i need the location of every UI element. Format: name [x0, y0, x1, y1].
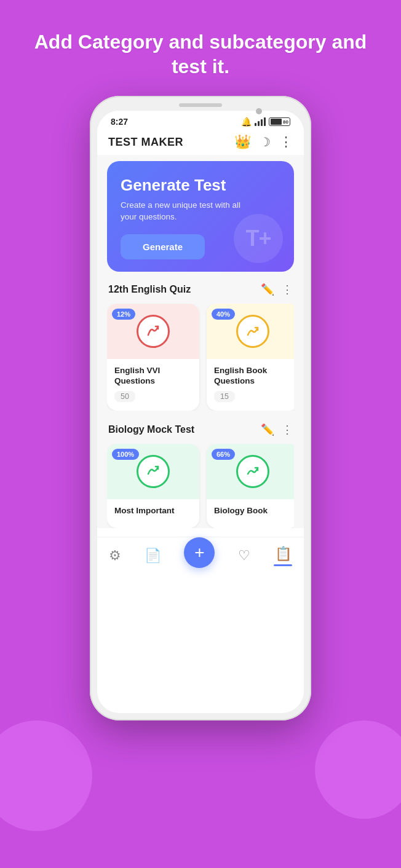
- badge-biology-book: 66%: [212, 449, 235, 460]
- more-menu-icon[interactable]: ⋮: [279, 134, 293, 150]
- badge-most-important: 100%: [112, 449, 139, 460]
- page-header: Add Category and subcategory and test it…: [0, 30, 401, 79]
- section-title-english: 12th English Quiz: [108, 284, 191, 295]
- nav-indicator: [274, 564, 292, 566]
- cards-row-english: 12% English VVI Questions 50: [107, 304, 294, 411]
- edit-icon-biology[interactable]: ✏️: [261, 423, 274, 436]
- generate-test-card: Generate Test Create a new unique test w…: [107, 161, 294, 272]
- section-actions-english: ✏️ ⋮: [261, 283, 293, 296]
- nav-upload[interactable]: 📄: [145, 548, 161, 564]
- bell-icon: 🔔: [241, 117, 252, 127]
- crown-icon[interactable]: 👑: [234, 134, 251, 150]
- card-image-english-vvi: 12%: [107, 304, 199, 359]
- card-icon-english-vvi: [137, 315, 170, 348]
- app-bar: TEST MAKER 👑 ☽ ⋮: [97, 129, 304, 155]
- section-title-biology: Biology Mock Test: [108, 424, 194, 435]
- battery-icon: 80: [269, 117, 290, 126]
- card-count-english-vvi: 50: [114, 391, 135, 402]
- generate-button[interactable]: Generate: [121, 234, 205, 259]
- moon-icon[interactable]: ☽: [260, 135, 271, 149]
- app-bar-icons: 👑 ☽ ⋮: [234, 134, 293, 150]
- card-image-biology-book: 66%: [207, 444, 294, 499]
- section-english-quiz: 12th English Quiz ✏️ ⋮ 12%: [107, 283, 294, 411]
- bg-blob-right: [315, 720, 401, 819]
- more-icon-biology[interactable]: ⋮: [282, 423, 293, 436]
- favorites-icon: ♡: [238, 548, 250, 564]
- section-biology-test: Biology Mock Test ✏️ ⋮ 100%: [107, 423, 294, 529]
- edit-icon-english[interactable]: ✏️: [261, 283, 274, 296]
- section-header-biology: Biology Mock Test ✏️ ⋮: [107, 423, 294, 436]
- card-english-book[interactable]: 40% English Book Questions 15: [207, 304, 294, 411]
- phone-notch: [97, 103, 304, 107]
- list-icon: 📋: [275, 546, 292, 562]
- add-button[interactable]: +: [184, 537, 215, 568]
- app-title: TEST MAKER: [108, 136, 183, 149]
- cards-row-biology: 100% Most Important: [107, 444, 294, 529]
- card-icon-most-important: [137, 455, 170, 488]
- badge-english-vvi: 12%: [112, 309, 135, 320]
- battery-level: 80: [283, 119, 288, 125]
- card-name-english-vvi: English VVI Questions: [107, 365, 199, 387]
- phone-body: 8:27 🔔 80 TEST MAKER: [90, 96, 311, 720]
- badge-english-book: 40%: [212, 309, 235, 320]
- status-time: 8:27: [111, 117, 128, 127]
- status-icons: 🔔 80: [241, 117, 290, 127]
- card-english-vvi[interactable]: 12% English VVI Questions 50: [107, 304, 199, 411]
- status-bar: 8:27 🔔 80: [97, 111, 304, 129]
- section-actions-biology: ✏️ ⋮: [261, 423, 293, 436]
- card-name-biology-book: Biology Book: [207, 505, 294, 516]
- card-icon-english-book: [236, 315, 269, 348]
- nav-add[interactable]: +: [184, 543, 215, 568]
- card-biology-book[interactable]: 66% Biology Book: [207, 444, 294, 529]
- generate-card-watermark: T+: [234, 214, 283, 263]
- section-header-english: 12th English Quiz ✏️ ⋮: [107, 283, 294, 296]
- bottom-navigation: ⚙ 📄 + ♡ 📋: [97, 537, 304, 579]
- more-icon-english[interactable]: ⋮: [282, 283, 293, 296]
- phone-screen: 8:27 🔔 80 TEST MAKER: [97, 111, 304, 713]
- generate-card-description: Create a new unique test with all your q…: [121, 200, 244, 223]
- bg-blob-left: [0, 720, 92, 831]
- phone-frame: 8:27 🔔 80 TEST MAKER: [90, 96, 311, 741]
- card-image-english-book: 40%: [207, 304, 294, 359]
- nav-favorites[interactable]: ♡: [238, 548, 250, 564]
- card-icon-biology-book: [236, 455, 269, 488]
- upload-icon: 📄: [145, 548, 161, 564]
- screen-content: Generate Test Create a new unique test w…: [97, 155, 304, 528]
- signal-icon: [255, 117, 266, 126]
- card-most-important[interactable]: 100% Most Important: [107, 444, 199, 529]
- card-name-most-important: Most Important: [107, 505, 199, 516]
- card-name-english-book: English Book Questions: [207, 365, 294, 387]
- nav-settings[interactable]: ⚙: [109, 548, 121, 564]
- card-image-most-important: 100%: [107, 444, 199, 499]
- card-count-english-book: 15: [214, 391, 235, 402]
- nav-list[interactable]: 📋: [274, 546, 292, 566]
- phone-camera: [256, 108, 262, 114]
- generate-card-title: Generate Test: [121, 176, 280, 195]
- settings-icon: ⚙: [109, 548, 121, 564]
- phone-speaker: [179, 103, 222, 107]
